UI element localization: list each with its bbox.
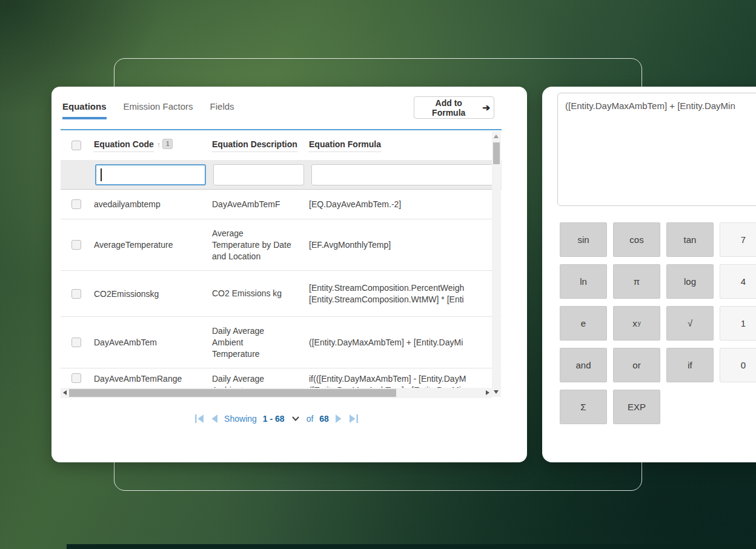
equation-description: and Location	[212, 251, 309, 262]
key-power[interactable]: xy	[613, 306, 660, 341]
text-caret	[101, 168, 102, 181]
filter-equation-code-input[interactable]	[95, 164, 206, 185]
tab-equations[interactable]: Equations	[62, 101, 107, 119]
equation-code: CO2Emissionskg	[94, 289, 159, 299]
horizontal-scrollbar[interactable]	[61, 388, 492, 398]
key-exp[interactable]: EXP	[613, 390, 660, 424]
last-page-icon[interactable]	[348, 414, 359, 423]
header-equation-code-cell: Equation Code↑1	[94, 139, 212, 152]
row-checkbox[interactable]	[71, 373, 81, 383]
table-row[interactable]: CO2Emissionskg CO2 Emissions kg [Entity.…	[61, 271, 502, 317]
key-sin[interactable]: sin	[560, 222, 607, 257]
page-range: 1 - 68	[263, 414, 285, 424]
equation-formula: [EQ.DayAveAmbTem.-2]	[309, 199, 502, 210]
tab-emission-factors[interactable]: Emission Factors	[124, 101, 193, 119]
tab-bar: Equations Emission Factors Fields	[62, 101, 234, 119]
total-count: 68	[319, 414, 329, 424]
scroll-down-icon[interactable]	[494, 390, 499, 394]
key-ln[interactable]: ln	[560, 264, 607, 299]
first-page-icon[interactable]	[194, 414, 205, 423]
filter-equation-formula-input[interactable]	[311, 164, 493, 185]
table-row[interactable]: avedailyambtemp DayAveAmbTemF [EQ.DayAve…	[61, 190, 502, 219]
next-page-icon[interactable]	[335, 414, 342, 423]
formula-builder-screen: Equations Emission Factors Fields Add to…	[0, 0, 756, 549]
equation-formula: [Entity.StreamComposition.PercentWeigh	[309, 282, 502, 294]
sort-order-badge: 1	[162, 139, 173, 149]
table-body: avedailyambtemp DayAveAmbTemF [EQ.DayAve…	[61, 190, 502, 388]
header-equation-description-cell: Equation Description	[212, 139, 309, 152]
key-cos[interactable]: cos	[613, 222, 660, 257]
header-equation-formula-cell: Equation Formula	[309, 139, 502, 152]
previous-page-icon[interactable]	[211, 414, 218, 423]
equation-formula: ([Entity.DayMaxAmbTem] + [Entity.DayMi	[309, 337, 502, 348]
horizontal-scrollbar-thumb[interactable]	[69, 389, 396, 397]
keypad: sin cos tan 7 ln π log 4 e xy √ 1 and or…	[560, 222, 756, 424]
filter-code-wrap	[95, 164, 206, 185]
formula-input[interactable]: ([Entity.DayMaxAmbTem] + [Entity.DayMin	[557, 93, 756, 206]
equation-description: Ambient	[212, 337, 309, 348]
row-checkbox[interactable]	[71, 289, 81, 299]
key-sigma[interactable]: Σ	[560, 390, 607, 424]
equation-formula: if(([Entity.DayMaxAmbTem] - [Entity.DayM	[309, 373, 502, 385]
filter-equation-description-input[interactable]	[213, 164, 304, 185]
equation-code: DayAveAmbTemRange	[94, 374, 182, 384]
equation-formula: [EF.AvgMonthlyTemp]	[309, 239, 502, 251]
key-sqrt[interactable]: √	[666, 306, 714, 341]
tab-fields[interactable]: Fields	[210, 101, 234, 119]
key-1[interactable]: 1	[720, 306, 756, 341]
key-tan[interactable]: tan	[666, 222, 714, 257]
add-to-formula-button[interactable]: Add to Formula ➔	[414, 96, 494, 119]
equation-code: avedailyambtemp	[94, 199, 161, 209]
key-4[interactable]: 4	[720, 264, 756, 299]
row-checkbox[interactable]	[71, 338, 81, 347]
vertical-scrollbar[interactable]	[492, 131, 501, 397]
table-row[interactable]: DayAveAmbTem Daily Average Ambient Tempe…	[61, 317, 502, 368]
equation-description: CO2 Emissions kg	[212, 288, 309, 299]
of-label: of	[307, 414, 314, 424]
scroll-right-icon[interactable]	[486, 390, 489, 395]
key-7[interactable]: 7	[720, 222, 756, 257]
key-or[interactable]: or	[613, 348, 660, 382]
equation-description: Temperature	[212, 348, 309, 360]
row-checkbox[interactable]	[71, 199, 81, 209]
key-power-base: x	[632, 318, 637, 328]
formula-editor-panel: ([Entity.DayMaxAmbTem] + [Entity.DayMin …	[542, 87, 756, 462]
table-header-row: Equation Code↑1 Equation Description Equ…	[61, 130, 502, 160]
key-0[interactable]: 0	[720, 348, 756, 382]
chevron-down-icon[interactable]	[292, 416, 299, 421]
select-all-checkbox[interactable]	[71, 141, 81, 150]
scroll-left-icon[interactable]	[63, 390, 67, 395]
table-row[interactable]: AverageTemperature Average Temperature b…	[61, 219, 502, 271]
key-log[interactable]: log	[666, 264, 714, 299]
equation-code: AverageTemperature	[94, 240, 173, 250]
filter-description-wrap	[213, 164, 304, 185]
equations-table: Equation Code↑1 Equation Description Equ…	[61, 129, 502, 400]
row-checkbox[interactable]	[71, 240, 81, 250]
vertical-scrollbar-thumb[interactable]	[493, 142, 500, 164]
filter-formula-wrap	[311, 164, 493, 185]
equation-description: DayAveAmbTemF	[212, 199, 309, 210]
pagination: Showing 1 - 68 of 68	[51, 414, 502, 424]
add-to-formula-label: Add to Formula	[418, 98, 479, 118]
sort-asc-icon[interactable]: ↑	[157, 140, 161, 149]
column-header-equation-code[interactable]: Equation Code	[94, 139, 154, 152]
equation-description: Average	[212, 228, 309, 239]
key-and[interactable]: and	[560, 348, 607, 382]
header-checkbox-cell	[61, 141, 94, 150]
equation-description: Daily Average	[212, 325, 309, 337]
column-header-equation-formula[interactable]: Equation Formula	[309, 139, 381, 152]
equation-description: Temperature by Date	[212, 239, 309, 251]
table-row[interactable]: DayAveAmbTemRange Daily Average Ambient …	[61, 368, 502, 388]
key-e[interactable]: e	[560, 306, 607, 341]
scroll-up-icon[interactable]	[494, 135, 499, 138]
formula-text: ([Entity.DayMaxAmbTem] + [Entity.DayMin	[565, 101, 735, 111]
equation-formula: [Entity.StreamComposition.WtMW] * [Enti	[309, 294, 502, 305]
key-pi[interactable]: π	[613, 264, 660, 299]
column-header-equation-description[interactable]: Equation Description	[212, 139, 297, 152]
key-power-exponent: y	[638, 320, 641, 327]
equation-code: DayAveAmbTem	[94, 338, 157, 347]
key-if[interactable]: if	[666, 348, 714, 382]
arrow-right-icon: ➔	[482, 102, 490, 113]
filter-row	[61, 160, 502, 190]
equation-description: Daily Average	[212, 373, 309, 385]
